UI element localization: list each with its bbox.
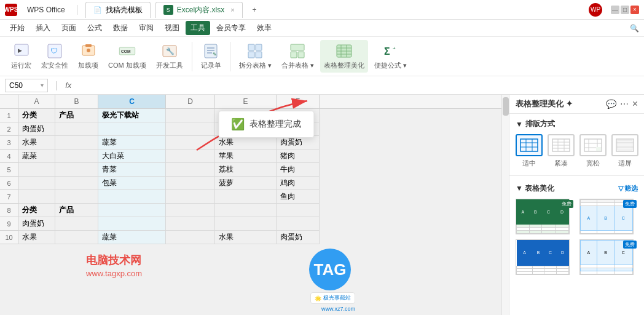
layout-option-fit[interactable]: 适屏 bbox=[611, 134, 638, 168]
cell-a6[interactable] bbox=[18, 177, 55, 190]
menu-item-review[interactable]: 审阅 bbox=[134, 21, 159, 35]
col-header-f[interactable]: F bbox=[277, 95, 320, 108]
cell-b8[interactable]: 产品 bbox=[55, 204, 98, 217]
cell-c10[interactable]: 蔬菜 bbox=[98, 231, 166, 244]
col-header-c[interactable]: C bbox=[98, 95, 166, 108]
cell-c6[interactable]: 包菜 bbox=[98, 177, 166, 190]
cell-b7[interactable] bbox=[55, 190, 98, 204]
beauty-item-4[interactable]: ABC 免费 bbox=[579, 239, 638, 275]
close-button[interactable]: × bbox=[630, 6, 639, 14]
layout-option-compact[interactable]: 紧凑 bbox=[548, 134, 575, 168]
cell-e8[interactable] bbox=[215, 204, 277, 217]
cell-b5[interactable] bbox=[55, 163, 98, 177]
menu-item-formula[interactable]: 公式 bbox=[82, 21, 107, 35]
cell-d8[interactable] bbox=[166, 204, 215, 217]
cell-c3[interactable]: 蔬菜 bbox=[98, 136, 166, 150]
toolbar-beautify[interactable]: 表格整理美化 bbox=[320, 40, 368, 73]
formula-input[interactable] bbox=[76, 79, 639, 92]
cell-f8[interactable] bbox=[277, 204, 320, 217]
scrollbar-thumb[interactable] bbox=[503, 97, 509, 116]
cell-d1[interactable] bbox=[166, 109, 215, 122]
template-tab[interactable]: 📄 找稿壳模板 bbox=[85, 2, 151, 18]
cell-d6[interactable] bbox=[166, 177, 215, 190]
col-header-d[interactable]: D bbox=[166, 95, 215, 108]
cell-d9[interactable] bbox=[166, 217, 215, 231]
cell-f5[interactable]: 牛肉 bbox=[277, 163, 320, 177]
wps-logo-icon[interactable]: WPS bbox=[5, 4, 17, 16]
panel-close-icon[interactable]: × bbox=[632, 98, 638, 110]
search-icon[interactable]: 🔍 bbox=[630, 24, 639, 33]
cell-b1[interactable]: 产品 bbox=[55, 109, 98, 122]
cell-a4[interactable]: 蔬菜 bbox=[18, 150, 55, 163]
menu-item-start[interactable]: 开始 bbox=[5, 21, 29, 35]
cell-d4[interactable] bbox=[166, 150, 215, 163]
vertical-scrollbar[interactable] bbox=[501, 95, 509, 315]
menu-item-page[interactable]: 页面 bbox=[57, 21, 81, 35]
toolbar-macro-security[interactable]: 🛡 宏安全性 bbox=[37, 40, 72, 73]
menu-item-insert[interactable]: 插入 bbox=[31, 21, 55, 35]
cell-e6[interactable]: 菠萝 bbox=[215, 177, 277, 190]
cell-reference[interactable]: C50 ▾ bbox=[5, 79, 48, 92]
cell-b4[interactable] bbox=[55, 150, 98, 163]
beauty-item-1[interactable]: ABCD 免费 bbox=[516, 199, 575, 234]
minimize-button[interactable]: — bbox=[611, 6, 619, 14]
toolbar-merge-table[interactable]: 合并表格 ▾ bbox=[278, 40, 318, 73]
cell-f10[interactable]: 肉蛋奶 bbox=[277, 231, 320, 244]
cell-e5[interactable]: 荔枝 bbox=[215, 163, 277, 177]
toolbar-load-item[interactable]: 加载项 bbox=[74, 40, 102, 73]
cell-d5[interactable] bbox=[166, 163, 215, 177]
beauty-item-3[interactable]: ABCD bbox=[516, 239, 575, 275]
toolbar-run-macro[interactable]: ▶ 运行宏 bbox=[7, 40, 35, 73]
menu-item-data[interactable]: 数据 bbox=[108, 21, 133, 35]
cell-e10[interactable]: 水果 bbox=[215, 231, 277, 244]
toolbar-record-form[interactable]: ✎ 记录单 bbox=[197, 40, 225, 73]
cell-c2[interactable] bbox=[98, 122, 166, 136]
toolbar-easy-formula[interactable]: Σ+ 便捷公式 ▾ bbox=[371, 40, 410, 73]
cell-c4[interactable]: 大白菜 bbox=[98, 150, 166, 163]
menu-item-efficiency[interactable]: 效率 bbox=[252, 21, 277, 35]
toolbar-dev-tools[interactable]: 🔧 开发工具 bbox=[152, 40, 187, 73]
cell-a9[interactable]: 肉蛋奶 bbox=[18, 217, 55, 231]
filter-button[interactable]: ▽ 筛选 bbox=[618, 184, 638, 193]
toolbar-com-addins[interactable]: COM COM 加载项 bbox=[104, 40, 150, 73]
cell-d3[interactable] bbox=[166, 136, 215, 150]
cell-e3[interactable]: 水果 bbox=[215, 136, 277, 150]
menu-item-tools[interactable]: 工具 bbox=[186, 21, 210, 35]
col-header-b[interactable]: B bbox=[55, 95, 98, 108]
cell-c1[interactable]: 极光下载站 bbox=[98, 109, 166, 122]
tab-close-icon[interactable]: × bbox=[230, 6, 234, 14]
cell-b2[interactable] bbox=[55, 122, 98, 136]
cell-a7[interactable] bbox=[18, 190, 55, 204]
cell-e7[interactable] bbox=[215, 190, 277, 204]
cell-f7[interactable]: 鱼肉 bbox=[277, 190, 320, 204]
cell-c5[interactable]: 青菜 bbox=[98, 163, 166, 177]
menu-item-vip[interactable]: 会员专享 bbox=[211, 21, 251, 35]
cell-a5[interactable] bbox=[18, 163, 55, 177]
cell-f6[interactable]: 鸡肉 bbox=[277, 177, 320, 190]
cell-f9[interactable] bbox=[277, 217, 320, 231]
col-header-a[interactable]: A bbox=[18, 95, 55, 108]
cell-a10[interactable]: 水果 bbox=[18, 231, 55, 244]
cell-a1[interactable]: 分类 bbox=[18, 109, 55, 122]
cell-a2[interactable]: 肉蛋奶 bbox=[18, 122, 55, 136]
layout-option-loose[interactable]: 宽松 bbox=[579, 134, 607, 168]
panel-chat-icon[interactable]: 💬 bbox=[606, 99, 616, 109]
toolbar-split-table[interactable]: 拆分表格 ▾ bbox=[235, 40, 275, 73]
cell-c7[interactable] bbox=[98, 190, 166, 204]
cell-b3[interactable] bbox=[55, 136, 98, 150]
panel-more-icon[interactable]: ⋯ bbox=[620, 99, 629, 109]
cell-ref-dropdown-icon[interactable]: ▾ bbox=[41, 82, 44, 89]
beauty-item-2[interactable]: ABC 免费 bbox=[579, 199, 638, 234]
cell-c9[interactable] bbox=[98, 217, 166, 231]
new-tab-button[interactable]: + bbox=[248, 3, 262, 17]
cell-e4[interactable]: 苹果 bbox=[215, 150, 277, 163]
excel-tab[interactable]: S Excel内容.xlsx × bbox=[155, 2, 243, 18]
cell-d7[interactable] bbox=[166, 190, 215, 204]
menu-item-view[interactable]: 视图 bbox=[160, 21, 184, 35]
cell-d2[interactable] bbox=[166, 122, 215, 136]
cell-f4[interactable]: 猪肉 bbox=[277, 150, 320, 163]
fx-button[interactable]: fx bbox=[65, 81, 71, 90]
cell-b9[interactable] bbox=[55, 217, 98, 231]
col-header-e[interactable]: E bbox=[215, 95, 277, 108]
cell-a3[interactable]: 水果 bbox=[18, 136, 55, 150]
